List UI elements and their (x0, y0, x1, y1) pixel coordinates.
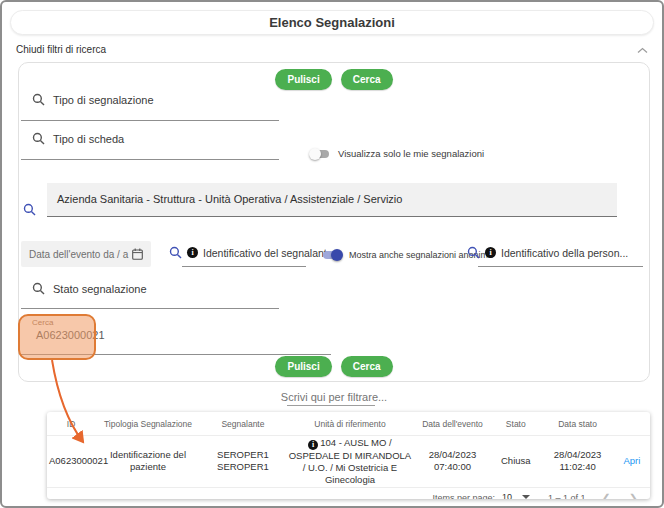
stato-segnalazione-label: Stato segnalazione (53, 283, 147, 295)
calendar-icon[interactable] (132, 248, 143, 260)
identificativo-segnalante-label: Identificativo del segnalante (203, 247, 333, 259)
col-header-segnalante: Segnalante (201, 418, 285, 430)
field-underline (478, 266, 643, 267)
filter-buttons-bottom: Pulisci Cerca (19, 356, 649, 377)
cell-id: A0623000021 (47, 454, 95, 468)
cell-unita: i104 - AUSL MO / OSPEDALE DI MIRANDOLA /… (285, 436, 415, 487)
tipo-scheda-field[interactable]: Tipo di scheda (32, 132, 124, 145)
cell-data-stato: 28/04/2023 11:02:40 (541, 448, 613, 474)
results-table: ID Tipologia Segnalazione Segnalante Uni… (47, 412, 650, 499)
col-header-data-stato: Data stato (541, 418, 613, 430)
identificativo-persona-field[interactable]: i Identificativo della person... (467, 246, 628, 259)
filters-toggle-row: Chiudi filtri di ricerca (16, 42, 648, 56)
filter-panel: Pulisci Cerca Tipo di segnalazione Tipo … (18, 62, 650, 382)
quick-filter: Scrivi qui per filtrare... (2, 387, 664, 405)
info-icon[interactable]: i (308, 440, 318, 450)
tipo-scheda-label: Tipo di scheda (53, 133, 124, 145)
items-per-page-label: Items per page: (432, 493, 495, 499)
col-header-tipologia: Tipologia Segnalazione (95, 418, 201, 430)
data-evento-placeholder: Data dell'evento da / a (29, 249, 128, 260)
filter-buttons-top: Pulisci Cerca (19, 69, 649, 90)
caret-down-icon (522, 495, 530, 499)
quick-filter-input[interactable]: Scrivi qui per filtrare... (281, 391, 387, 403)
azienda-field[interactable]: Azienda Sanitaria - Struttura - Unità Op… (47, 183, 617, 216)
table-row[interactable]: A0623000021 Identificazione del paziente… (47, 435, 650, 487)
field-underline (47, 216, 617, 217)
cerca-field-label: Cerca (32, 318, 53, 327)
cell-data-evento: 28/04/2023 07:40:00 (415, 448, 490, 474)
field-underline (21, 308, 279, 309)
cerca-field-input[interactable]: A0623000021 (36, 329, 105, 341)
app-window: Elenco Segnalazioni Chiudi filtri di ric… (0, 0, 664, 508)
cell-segnalante: SEROPER1 SEROPER1 (201, 448, 285, 474)
search-icon (32, 93, 45, 106)
visualizza-toggle-row: Visualizza solo le mie segnalazioni (309, 147, 484, 160)
cell-unita-text: 104 - AUSL MO / OSPEDALE DI MIRANDOLA / … (289, 437, 411, 485)
field-underline (21, 159, 279, 160)
col-header-data-evento: Data dell'evento (415, 418, 490, 430)
page-header: Elenco Segnalazioni (10, 10, 654, 35)
anonime-toggle[interactable] (321, 248, 343, 261)
chevron-up-icon[interactable] (637, 40, 648, 58)
cell-tipologia: Identificazione del paziente (95, 448, 201, 474)
tipo-segnalazione-field[interactable]: Tipo di segnalazione (32, 93, 154, 106)
info-icon: i (187, 247, 198, 258)
apri-link[interactable]: Apri (623, 455, 640, 466)
close-filters-link[interactable]: Chiudi filtri di ricerca (16, 44, 106, 55)
cerca-button[interactable]: Cerca (341, 356, 393, 377)
pulisci-button[interactable]: Pulisci (275, 69, 331, 90)
visualizza-toggle-label: Visualizza solo le mie segnalazioni (338, 148, 484, 159)
identificativo-persona-label: Identificativo della person... (501, 247, 628, 259)
table-header-row: ID Tipologia Segnalazione Segnalante Uni… (47, 412, 650, 435)
search-icon (169, 246, 182, 259)
quick-filter-underline (287, 405, 375, 406)
col-header-id: ID (47, 418, 95, 430)
field-underline (21, 120, 279, 121)
col-header-unita: Unità di riferimento (285, 418, 415, 430)
search-icon (467, 246, 480, 259)
search-icon (32, 282, 45, 295)
azienda-label: Azienda Sanitaria - Struttura - Unità Op… (57, 193, 402, 205)
cell-stato: Chiusa (490, 454, 541, 468)
stato-segnalazione-field[interactable]: Stato segnalazione (32, 282, 147, 295)
pulisci-button[interactable]: Pulisci (275, 356, 331, 377)
field-underline (182, 266, 306, 267)
pagination-range: 1 – 1 of 1 (548, 493, 586, 499)
cerca-button[interactable]: Cerca (341, 69, 393, 90)
next-page-icon[interactable]: ❯ (629, 492, 638, 499)
visualizza-toggle[interactable] (309, 147, 331, 160)
col-header-action (614, 423, 650, 425)
tipo-segnalazione-label: Tipo di segnalazione (53, 94, 154, 106)
search-icon (23, 203, 36, 216)
items-per-page-value: 10 (502, 492, 512, 499)
previous-page-icon[interactable]: ❮ (602, 492, 611, 499)
page-title: Elenco Segnalazioni (269, 15, 395, 30)
field-underline (21, 354, 331, 355)
col-header-stato: Stato (490, 418, 541, 430)
data-evento-field[interactable]: Data dell'evento da / a (21, 241, 151, 267)
info-icon: i (485, 247, 496, 258)
identificativo-segnalante-field[interactable]: i Identificativo del segnalante (169, 246, 333, 259)
items-per-page-select[interactable]: 10 (500, 492, 532, 499)
table-pagination: Items per page: 10 1 – 1 of 1 ❮ ❯ (47, 487, 650, 499)
search-icon (32, 132, 45, 145)
